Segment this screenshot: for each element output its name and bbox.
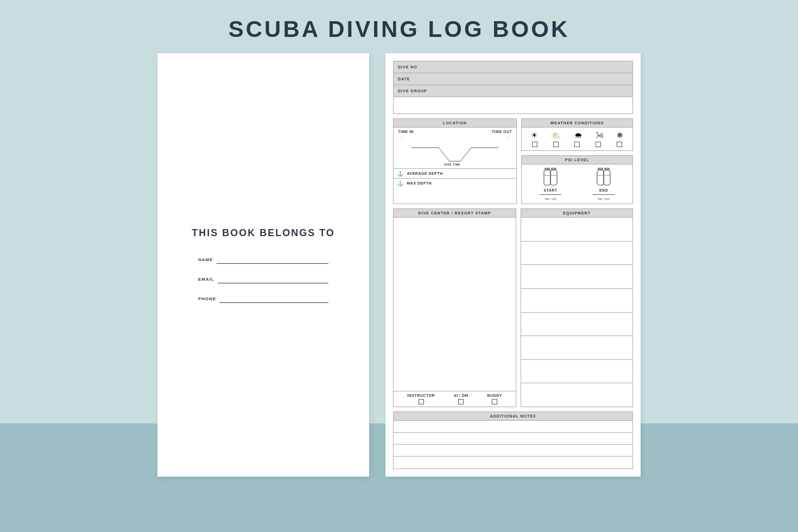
svg-text:DIVE TIME: DIVE TIME xyxy=(444,163,460,166)
equipment-lines xyxy=(521,218,632,407)
svg-rect-10 xyxy=(544,170,550,185)
weather-check-3[interactable] xyxy=(574,142,580,147)
psi-box: PSI LEVEL xyxy=(521,155,633,204)
name-field-row: NAME xyxy=(198,256,328,264)
dive-group-label: DIVE GROUP xyxy=(398,89,427,93)
instructor-checkbox[interactable] xyxy=(419,399,424,404)
psi-start-label: START xyxy=(544,188,558,192)
page-title: SCUBA DIVING LOG BOOK xyxy=(229,16,569,42)
notes-line-2 xyxy=(394,433,632,445)
psi-end-tank: END bar / psi xyxy=(593,168,615,200)
notes-header: ADDITIONAL NOTES xyxy=(394,412,632,421)
equip-line-5 xyxy=(521,313,632,337)
windy-icon: 🌬 xyxy=(596,131,603,140)
sunny-icon: ☀ xyxy=(531,131,538,140)
buddy-item: BUDDY xyxy=(487,394,502,404)
time-in-colon: : xyxy=(401,135,403,140)
dive-no-row: DIVE NO xyxy=(394,61,632,73)
ai-dm-checkbox[interactable] xyxy=(458,399,464,404)
stamp-box: DIVE CENTER / RESORT STAMP INSTRUCTOR AI… xyxy=(393,208,516,407)
dive-profile-svg: DIVE TIME : : xyxy=(398,142,512,167)
psi-start-tank: START bar / psi xyxy=(540,168,561,200)
equipment-header: EQUIPMENT xyxy=(521,209,632,218)
tank-start-icon xyxy=(543,168,558,187)
notes-line-3 xyxy=(394,445,632,457)
average-depth-row: ⚓ AVERAGE DEPTH xyxy=(394,169,516,179)
equip-line-6 xyxy=(521,336,632,360)
books-container: THIS BOOK BELONGS TO NAME EMAIL PHONE DI… xyxy=(157,53,641,477)
equip-line-1 xyxy=(521,218,632,242)
weather-checkboxes xyxy=(522,141,632,150)
phone-label: PHONE xyxy=(198,296,216,301)
weather-check-1[interactable] xyxy=(532,142,537,147)
location-header: LOCATION xyxy=(394,119,516,128)
name-underline xyxy=(217,256,328,264)
weather-check-2[interactable] xyxy=(553,142,559,147)
equipment-box: EQUIPMENT xyxy=(521,208,633,407)
notes-lines xyxy=(394,421,632,468)
date-row: DATE xyxy=(394,73,632,85)
belongs-section: THIS BOOK BELONGS TO NAME EMAIL PHONE xyxy=(192,227,335,303)
avg-depth-icon: ⚓ xyxy=(397,170,404,176)
equip-line-3 xyxy=(521,265,632,289)
psi-start-sub: bar / psi xyxy=(545,197,556,200)
rainy-icon: 🌧 xyxy=(574,131,582,140)
psi-end-sub: bar / psi xyxy=(598,197,609,200)
time-out-colon: : xyxy=(508,135,509,140)
email-field-row: EMAIL xyxy=(198,276,328,283)
time-out-label: TIME OUT xyxy=(492,130,512,134)
weather-psi-col: WEATHER CONDITIONS ☀ ⛅ 🌧 🌬 ❄ xyxy=(521,118,633,204)
name-label: NAME xyxy=(198,257,213,262)
svg-rect-22 xyxy=(604,170,610,185)
instructor-label: INSTRUCTOR xyxy=(407,394,435,397)
svg-line-1 xyxy=(439,148,449,161)
dive-group-row: DIVE GROUP xyxy=(394,85,632,97)
instructor-row: INSTRUCTOR AI / DM BUDDY xyxy=(394,391,516,407)
location-box: LOCATION TIME IN TIME OUT : : xyxy=(393,118,517,204)
date-label: DATE xyxy=(398,77,410,81)
notes-line-1 xyxy=(394,421,632,433)
ai-dm-item: AI / DM xyxy=(454,394,468,404)
right-page: DIVE NO DATE DIVE GROUP LOCATION TIME IN… xyxy=(385,53,641,477)
average-depth-label: AVERAGE DEPTH xyxy=(407,172,443,175)
psi-content: START bar / psi xyxy=(522,164,632,204)
time-labels-row: TIME IN TIME OUT xyxy=(394,128,516,134)
mid-section: LOCATION TIME IN TIME OUT : : xyxy=(393,118,633,204)
stamp-header: DIVE CENTER / RESORT STAMP xyxy=(394,209,516,218)
notes-section: ADDITIONAL NOTES xyxy=(393,411,633,469)
equip-line-4 xyxy=(521,289,632,313)
psi-header: PSI LEVEL xyxy=(522,156,632,164)
email-label: EMAIL xyxy=(198,277,214,282)
weather-box: WEATHER CONDITIONS ☀ ⛅ 🌧 🌬 ❄ xyxy=(521,118,633,151)
dive-no-label: DIVE NO xyxy=(398,65,417,69)
time-in-label: TIME IN xyxy=(398,130,414,134)
equip-line-8 xyxy=(521,383,632,407)
email-underline xyxy=(218,276,328,283)
time-inputs-row: : : xyxy=(394,134,516,141)
buddy-label: BUDDY xyxy=(487,394,502,397)
instructor-item: INSTRUCTOR xyxy=(407,394,435,404)
max-depth-label: MAX DEPTH xyxy=(407,181,432,185)
ai-dm-label: AI / DM xyxy=(454,394,468,397)
stamp-body xyxy=(394,218,516,391)
left-page: THIS BOOK BELONGS TO NAME EMAIL PHONE xyxy=(157,53,369,477)
weather-check-4[interactable] xyxy=(596,142,601,147)
notes-line-4 xyxy=(394,457,632,468)
psi-start-line xyxy=(540,194,561,195)
svg-rect-18 xyxy=(597,170,604,185)
equip-line-7 xyxy=(521,360,632,384)
dive-profile: DIVE TIME : : xyxy=(394,141,516,168)
buddy-checkbox[interactable] xyxy=(492,399,497,404)
max-depth-row: ⚓ MAX DEPTH xyxy=(394,179,516,188)
belongs-title: THIS BOOK BELONGS TO xyxy=(192,227,335,239)
depth-rows: ⚓ AVERAGE DEPTH ⚓ MAX DEPTH xyxy=(394,168,516,188)
weather-header: WEATHER CONDITIONS xyxy=(522,119,632,128)
phone-field-row: PHONE xyxy=(198,295,328,303)
weather-icons-row: ☀ ⛅ 🌧 🌬 ❄ xyxy=(522,128,632,141)
psi-end-line xyxy=(593,194,615,195)
bottom-section: DIVE CENTER / RESORT STAMP INSTRUCTOR AI… xyxy=(393,208,633,407)
snowy-icon: ❄ xyxy=(617,131,623,140)
weather-check-5[interactable] xyxy=(617,142,622,147)
phone-underline xyxy=(219,295,328,303)
header-fields: DIVE NO DATE DIVE GROUP xyxy=(393,61,633,114)
